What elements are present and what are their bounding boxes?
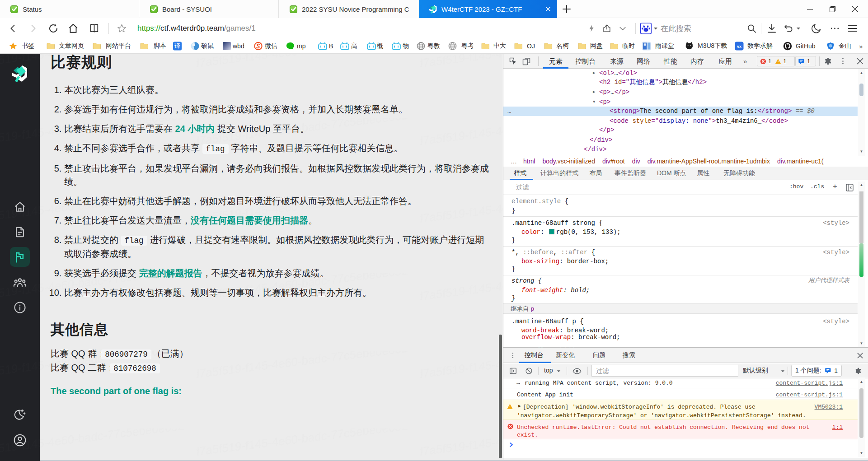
svg-text:vx: vx bbox=[737, 44, 741, 49]
